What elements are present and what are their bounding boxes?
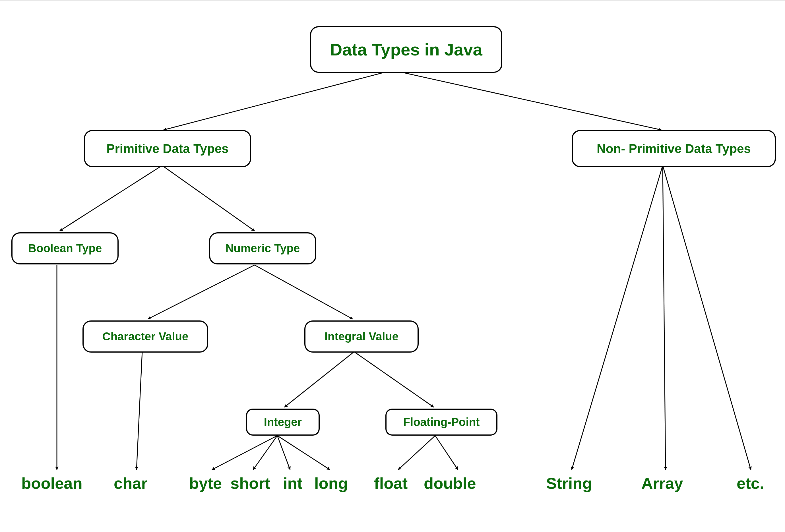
svg-line-6 <box>255 265 353 319</box>
leaf-int: int <box>283 474 302 492</box>
svg-line-2 <box>60 166 162 231</box>
edges-svg <box>0 1 785 532</box>
svg-line-17 <box>663 166 665 470</box>
leaf-char: char <box>114 474 147 492</box>
leaf-array: Array <box>641 474 683 492</box>
svg-line-3 <box>162 166 255 231</box>
leaf-etc: etc. <box>737 474 764 492</box>
node-nonprimitive: Non- Primitive Data Types <box>572 130 776 167</box>
node-root: Data Types in Java <box>310 26 502 73</box>
leaf-float: float <box>374 474 408 492</box>
leaf-long: long <box>314 474 348 492</box>
leaf-string: String <box>546 474 592 492</box>
svg-line-1 <box>392 70 661 130</box>
svg-line-16 <box>572 166 663 470</box>
leaf-boolean: boolean <box>21 474 82 492</box>
svg-line-12 <box>277 436 290 470</box>
node-integral-value: Integral Value <box>304 321 419 353</box>
node-boolean-type: Boolean Type <box>11 232 119 264</box>
svg-line-13 <box>277 436 330 470</box>
diagram-canvas: Data Types in Java Primitive Data Types … <box>0 0 785 532</box>
node-integer: Integer <box>246 409 320 436</box>
svg-line-11 <box>253 436 277 470</box>
svg-line-5 <box>148 265 255 319</box>
svg-line-15 <box>435 436 458 470</box>
leaf-byte: byte <box>189 474 222 492</box>
node-primitive: Primitive Data Types <box>84 130 251 167</box>
svg-line-14 <box>398 436 435 470</box>
svg-line-8 <box>284 352 354 407</box>
node-floating-point: Floating-Point <box>385 409 498 436</box>
svg-line-9 <box>354 352 434 407</box>
leaf-double: double <box>424 474 476 492</box>
svg-line-7 <box>136 352 142 470</box>
svg-line-18 <box>663 166 751 470</box>
svg-line-0 <box>163 70 392 130</box>
svg-line-10 <box>212 436 277 470</box>
node-numeric-type: Numeric Type <box>209 232 316 264</box>
node-character-value: Character Value <box>82 321 208 353</box>
leaf-short: short <box>230 474 270 492</box>
